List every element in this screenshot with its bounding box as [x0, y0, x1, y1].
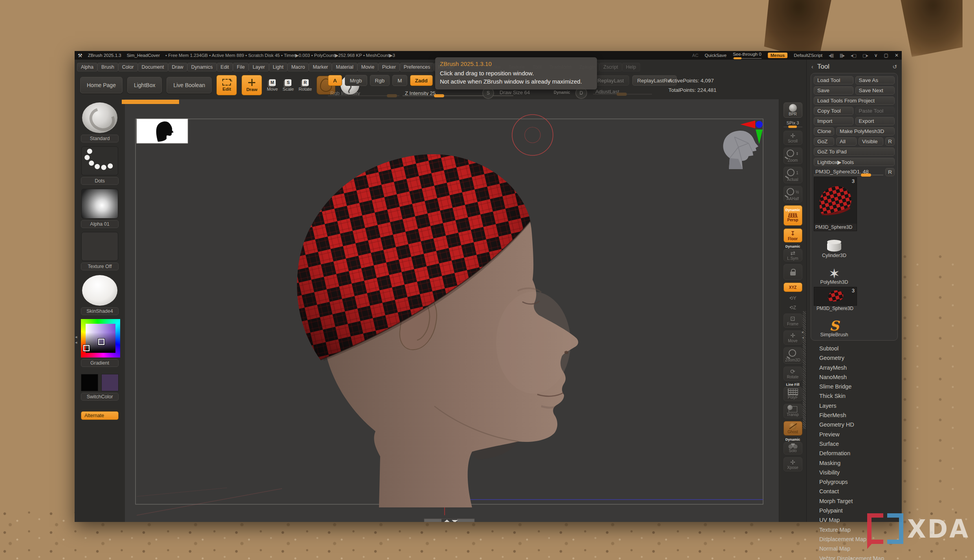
goz-button[interactable]: GoZ: [814, 137, 834, 146]
tool-item-simplebrush[interactable]: SSimpleBrush: [814, 313, 855, 337]
tool-section[interactable]: Geometry: [807, 353, 902, 363]
bpr-button[interactable]: BPR: [784, 102, 802, 118]
stroke-thumbnail[interactable]: [81, 146, 118, 175]
persp-button[interactable]: DynamicPersp: [784, 205, 802, 226]
m-button[interactable]: M: [392, 75, 407, 86]
menu-item[interactable]: Preferences: [400, 63, 434, 71]
current-texture-cell[interactable]: Texture Off: [81, 232, 119, 270]
goz-to-ipad-button[interactable]: GoZ To iPad: [814, 148, 895, 156]
spix-slider[interactable]: SPix 3: [783, 120, 803, 128]
hue-ring[interactable]: [81, 319, 120, 358]
tool-section[interactable]: Deformation: [807, 449, 902, 458]
tool-section[interactable]: Normal Map: [807, 544, 902, 553]
silhouette-preview[interactable]: [137, 119, 188, 143]
shelf-scrollbar[interactable]: [803, 311, 806, 429]
tool-section[interactable]: Visibility: [807, 468, 902, 477]
a-quick-pick[interactable]: A: [328, 75, 342, 86]
current-stroke-cell[interactable]: Dots: [81, 146, 119, 185]
lightbox-button[interactable]: LightBox: [127, 77, 162, 93]
current-alpha-cell[interactable]: Alpha 01: [81, 189, 119, 228]
z-intensity-slider[interactable]: Z Intensity 25: [403, 89, 513, 97]
see-through-slider[interactable]: See-through 0: [733, 52, 762, 59]
sv-square[interactable]: [86, 324, 115, 353]
import-button[interactable]: Import: [814, 117, 853, 125]
zadd-button[interactable]: Zadd: [410, 75, 433, 86]
next-layout-icon[interactable]: ▢▸: [862, 53, 868, 58]
transparency-button[interactable]: Transp: [784, 404, 802, 418]
live-boolean-button[interactable]: Live Boolean: [167, 77, 212, 93]
actual-button[interactable]: 1Actual: [784, 167, 802, 183]
menu-item[interactable]: Marker: [309, 63, 332, 71]
main-color-swatch[interactable]: [81, 374, 98, 391]
menu-item[interactable]: Picker: [378, 63, 400, 71]
menu-item[interactable]: Document: [138, 63, 168, 71]
make-polymesh3d-button[interactable]: Make PolyMesh3D: [836, 127, 895, 135]
sv-cursor[interactable]: [98, 339, 104, 345]
see-through-knob[interactable]: [734, 57, 741, 59]
switch-color-button[interactable]: SwitchColor: [81, 393, 119, 401]
tray-collapse-arrows[interactable]: ◂◂: [75, 334, 77, 345]
xpose-button[interactable]: ✢Xpose: [784, 457, 802, 471]
axis-x-icon[interactable]: [740, 120, 755, 128]
goz-visible-button[interactable]: Visible: [859, 137, 883, 146]
quicksave-button[interactable]: QuickSave: [705, 53, 727, 58]
expand-ui-icon[interactable]: ||||▸: [840, 53, 844, 58]
rgb-button[interactable]: Rgb: [370, 75, 390, 86]
canvas-render[interactable]: [125, 99, 779, 522]
tool-section[interactable]: Vector Displacement Map: [807, 554, 902, 560]
draw-size-slider[interactable]: Draw Size 64: [500, 89, 530, 95]
lightbox-tools-button[interactable]: Lightbox▶Tools: [814, 158, 895, 166]
menu-item[interactable]: Draw: [168, 63, 187, 71]
solo-button[interactable]: Solo: [784, 442, 802, 454]
menu-item[interactable]: Material: [332, 63, 357, 71]
material-thumbnail[interactable]: [82, 275, 117, 306]
tool-section[interactable]: Contact: [807, 487, 902, 496]
zoom3d-button[interactable]: Zoom3D: [784, 347, 802, 364]
menu-item[interactable]: Edit: [217, 63, 233, 71]
local-symmetry-button[interactable]: ⇄L.Sym: [784, 249, 802, 261]
frame-button[interactable]: ⊡Frame: [784, 314, 802, 328]
bottom-divider-handle[interactable]: [424, 519, 474, 522]
brush-thumbnail[interactable]: [82, 102, 117, 133]
color-picker-cell[interactable]: Gradient: [81, 319, 119, 367]
rotate-z-icon[interactable]: ⟲Z: [789, 305, 796, 310]
goz-r-button[interactable]: R: [885, 137, 895, 146]
gradient-label[interactable]: Gradient: [81, 359, 119, 367]
menu-item-dimmed[interactable]: Zscript: [599, 63, 622, 71]
close-button[interactable]: ✕: [895, 53, 899, 58]
home-page-button[interactable]: Home Page: [80, 77, 123, 93]
menu-item[interactable]: Brush: [97, 63, 118, 71]
floor-button[interactable]: ↧Floor: [784, 228, 802, 243]
active-tool-thumbnail[interactable]: 3 PM3D_Sphere3D: [814, 177, 857, 231]
save-as-button[interactable]: Save As: [855, 76, 895, 84]
active-tool-slider[interactable]: PM3D_Sphere3D1. 48: [814, 168, 883, 176]
store-camera-button[interactable]: [784, 264, 802, 280]
current-brush-cell[interactable]: Standard: [81, 102, 119, 142]
prev-layout-icon[interactable]: ◂▢: [851, 53, 856, 58]
adjust-last-slider[interactable]: AdjustLast: [593, 88, 652, 96]
scale-mode-button[interactable]: SScale: [283, 79, 294, 91]
save-next-button[interactable]: Save Next: [855, 86, 895, 95]
menu-item[interactable]: Color: [118, 63, 138, 71]
texture-thumbnail[interactable]: [81, 232, 118, 261]
tool-item-cylinder[interactable]: Cylinder3D: [814, 233, 855, 258]
aahalf-button[interactable]: ½AAHalf: [784, 186, 802, 202]
menu-item[interactable]: File: [233, 63, 249, 71]
load-tool-button[interactable]: Load Tool: [814, 76, 853, 84]
menu-item[interactable]: Alpha: [77, 63, 97, 71]
tool-section[interactable]: FiberMesh: [807, 410, 902, 420]
tool-section[interactable]: NanoMesh: [807, 372, 902, 382]
alpha-thumbnail[interactable]: [81, 189, 118, 219]
minimize-button[interactable]: ∨: [874, 53, 878, 58]
tool-section[interactable]: Layers: [807, 401, 902, 410]
tool-section[interactable]: Slime Bridge: [807, 382, 902, 391]
axis-z-icon[interactable]: [756, 121, 763, 128]
edit-mode-button[interactable]: Edit: [216, 75, 237, 95]
ghost-button[interactable]: Ghost: [784, 421, 802, 436]
copy-tool-button[interactable]: Copy Tool: [814, 107, 853, 115]
draw-mode-button[interactable]: Draw: [242, 75, 262, 95]
replay-last-button[interactable]: ReplayLast: [592, 75, 629, 86]
axis-y-icon[interactable]: [756, 130, 763, 144]
tool-section[interactable]: Geometry HD: [807, 420, 902, 429]
scroll-button[interactable]: ✛Scroll: [784, 131, 802, 145]
